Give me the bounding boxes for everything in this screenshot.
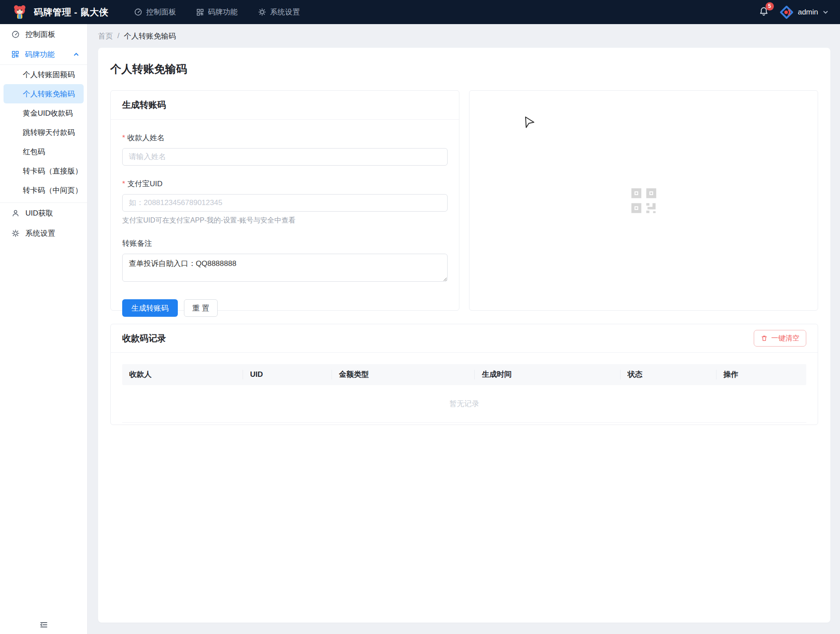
payee-name-input[interactable]	[122, 148, 448, 166]
field-label: * 支付宝UID	[122, 179, 448, 189]
navbar-right: 5 admin	[759, 5, 829, 19]
qrcode-icon	[11, 50, 19, 58]
column-header: 操作	[716, 370, 806, 379]
sidebar-subitem-chat-pay-code[interactable]: 跳转聊天付款码	[4, 123, 84, 142]
sidebar-subitem-gold-uid-code[interactable]: 黄金UID收款码	[4, 103, 84, 123]
generate-code-button[interactable]: 生成转账码	[122, 299, 178, 317]
sidebar-item-label: UID获取	[25, 208, 53, 218]
table-empty-state: 暂无记录	[122, 385, 806, 423]
subitem-label: 个人转账免输码	[23, 89, 75, 99]
label-text: 支付宝UID	[127, 179, 162, 189]
sidebar-item-dashboard[interactable]: 控制面板	[0, 24, 87, 44]
payee-name-field-group: * 收款人姓名	[122, 133, 448, 166]
main-area: 首页 / 个人转账免输码 个人转账免输码 生成转账码 * 收款人姓名	[88, 24, 840, 634]
avatar	[780, 5, 794, 19]
column-header: 生成时间	[474, 370, 620, 379]
sidebar-item-label: 控制面板	[25, 29, 55, 39]
sidebar-item-qr-functions[interactable]: 码牌功能	[0, 44, 87, 64]
column-header: 收款人	[122, 370, 243, 379]
chevron-down-icon	[822, 9, 829, 15]
label-text: 收款人姓名	[127, 133, 165, 143]
breadcrumb-home[interactable]: 首页	[98, 31, 113, 41]
breadcrumb-current: 个人转账免输码	[124, 31, 176, 41]
app-title: 码牌管理 - 鼠大侠	[34, 6, 109, 18]
field-label: 转账备注	[122, 238, 448, 248]
records-title: 收款码记录	[122, 333, 166, 344]
nav-item-label: 控制面板	[146, 7, 176, 17]
subitem-label: 黄金UID收款码	[23, 108, 73, 118]
sidebar-item-label: 码牌功能	[25, 50, 55, 60]
alipay-uid-field-group: * 支付宝UID 支付宝UID可在支付宝APP-我的-设置-账号与安全中查看	[122, 179, 448, 225]
breadcrumb: 首页 / 个人转账免输码	[98, 24, 830, 48]
subitem-label: 红包码	[23, 147, 45, 157]
sidebar-item-uid[interactable]: UID获取	[0, 203, 87, 223]
subitem-label: 转卡码（中间页）	[23, 185, 82, 195]
breadcrumb-separator: /	[117, 32, 120, 40]
nav-item-settings[interactable]: 系统设置	[258, 7, 300, 17]
nav-item-label: 系统设置	[270, 7, 300, 17]
username: admin	[798, 8, 818, 17]
transfer-note-textarea[interactable]: 查单投诉自助入口：QQ8888888	[122, 254, 448, 282]
label-text: 转账备注	[122, 238, 152, 248]
alipay-uid-input[interactable]	[122, 194, 448, 212]
sidebar-item-label: 系统设置	[25, 228, 55, 238]
alipay-uid-help-text: 支付宝UID可在支付宝APP-我的-设置-账号与安全中查看	[122, 216, 448, 225]
column-header: UID	[243, 370, 332, 379]
records-panel: 收款码记录 一键清空 收款人 UID 金额类型 生成时间 状态 操作 暂无	[110, 324, 818, 425]
notification-badge: 5	[766, 2, 774, 11]
qr-preview-panel	[469, 90, 818, 311]
required-asterisk: *	[122, 180, 125, 188]
subitem-label: 转卡码（直接版）	[23, 166, 82, 176]
subitem-label: 个人转账固额码	[23, 70, 75, 80]
table-header-row: 收款人 UID 金额类型 生成时间 状态 操作	[122, 364, 806, 385]
dashboard-icon	[11, 30, 20, 39]
sidebar-subitem-fixed-amount-code[interactable]: 个人转账固额码	[4, 65, 84, 84]
nav-item-label: 码牌功能	[208, 7, 238, 17]
user-menu[interactable]: admin	[780, 5, 829, 19]
records-table: 收款人 UID 金额类型 生成时间 状态 操作 暂无记录	[111, 353, 818, 425]
chevron-up-icon	[73, 51, 79, 57]
sidebar-subitem-card-code-direct[interactable]: 转卡码（直接版）	[4, 161, 84, 181]
gear-icon	[258, 8, 266, 16]
nav-item-dashboard[interactable]: 控制面板	[134, 7, 176, 17]
qrcode-icon	[196, 8, 204, 16]
sidebar-subitem-free-input-code[interactable]: 个人转账免输码	[4, 84, 84, 103]
sidebar-collapse-icon[interactable]	[39, 621, 48, 629]
field-label: * 收款人姓名	[122, 133, 448, 143]
sidebar-item-settings[interactable]: 系统设置	[0, 223, 87, 243]
transfer-note-field-group: 转账备注 查单投诉自助入口：QQ8888888	[122, 238, 448, 283]
column-header: 金额类型	[332, 370, 474, 379]
app-logo-icon	[11, 4, 28, 21]
qrcode-placeholder-icon	[629, 186, 659, 216]
clear-all-button[interactable]: 一键清空	[754, 330, 806, 347]
nav-item-qrcode[interactable]: 码牌功能	[196, 7, 238, 17]
subitem-label: 跳转聊天付款码	[23, 128, 75, 138]
dashboard-icon	[134, 8, 142, 16]
notifications-button[interactable]: 5	[759, 6, 769, 18]
clear-all-label: 一键清空	[771, 334, 799, 343]
person-icon	[11, 209, 20, 217]
top-navbar: 码牌管理 - 鼠大侠 控制面板 码牌功能 系统设置 5	[0, 0, 840, 24]
sidebar-subitem-card-code-middle[interactable]: 转卡码（中间页）	[4, 181, 84, 200]
gear-icon	[11, 229, 20, 237]
generate-code-panel: 生成转账码 * 收款人姓名 * 支付宝UID	[110, 90, 459, 311]
required-asterisk: *	[122, 134, 125, 142]
panel-title: 生成转账码	[111, 91, 459, 120]
column-header: 状态	[620, 370, 716, 379]
sidebar-subitem-red-packet-code[interactable]: 红包码	[4, 142, 84, 161]
trash-icon	[761, 335, 768, 342]
sidebar: 控制面板 码牌功能 个人转账固额码 个人转账免输码 黄金UID收款码 跳转聊天付…	[0, 24, 88, 634]
reset-button[interactable]: 重 置	[184, 299, 218, 317]
page-title: 个人转账免输码	[110, 62, 818, 76]
content-card: 个人转账免输码 生成转账码 * 收款人姓名 *	[98, 48, 830, 623]
